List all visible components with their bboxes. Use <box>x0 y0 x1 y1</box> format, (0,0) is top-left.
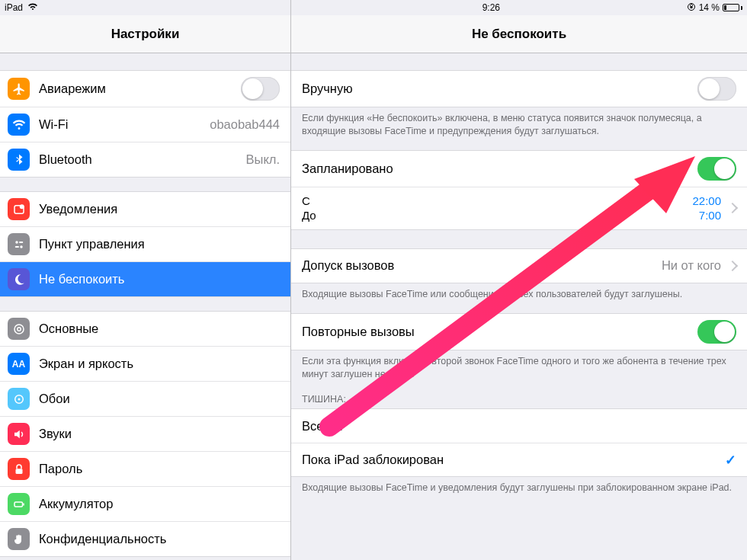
sidebar-title: Настройки <box>0 15 290 53</box>
sidebar-item-battery[interactable]: Аккумулятор <box>0 486 290 521</box>
hand-icon <box>8 528 30 550</box>
battery-status-icon <box>723 4 742 11</box>
battery-icon <box>8 493 30 515</box>
orientation-lock-icon <box>687 2 696 14</box>
manual-toggle[interactable] <box>697 77 736 101</box>
sidebar-item-privacy[interactable]: Конфиденциальность <box>0 521 290 556</box>
schedule-time-row[interactable]: С До 22:00 7:00 <box>291 187 747 229</box>
scheduled-toggle[interactable] <box>697 157 736 181</box>
schedule-from-label: С <box>302 194 310 209</box>
sidebar-item-notifications[interactable]: Уведомления <box>0 192 290 226</box>
bluetooth-value: Выкл. <box>246 152 280 167</box>
schedule-to-label: До <box>302 208 316 223</box>
svg-rect-11 <box>14 502 23 507</box>
svg-point-9 <box>18 398 20 400</box>
wifi-value: obaobab444 <box>210 117 280 132</box>
allow-calls-value: Ни от кого <box>662 258 721 273</box>
sidebar-item-wifi[interactable]: Wi-Fi obaobab444 <box>0 107 290 142</box>
sound-icon <box>8 423 30 445</box>
wallpaper-icon <box>8 388 30 410</box>
repeated-toggle[interactable] <box>697 320 736 344</box>
status-bar-right: 9:26 14 % <box>291 0 747 15</box>
gear-icon <box>8 318 30 340</box>
svg-rect-10 <box>15 469 22 474</box>
device-label: iPad <box>5 2 23 13</box>
wifi-icon <box>8 114 30 136</box>
silence-always-row[interactable]: Всегда <box>291 409 747 443</box>
svg-point-6 <box>14 325 24 334</box>
repeated-calls-row[interactable]: Повторные вызовы <box>291 314 747 350</box>
scheduled-row[interactable]: Запланировано <box>291 151 747 187</box>
lock-icon <box>8 458 30 480</box>
moon-icon <box>8 268 30 290</box>
status-bar-left: iPad <box>0 0 290 15</box>
schedule-to-value: 7:00 <box>692 208 721 223</box>
manual-row[interactable]: Вручную <box>291 71 747 107</box>
repeated-footnote: Если эта функция включена, второй звонок… <box>291 350 747 384</box>
chevron-right-icon <box>727 203 738 213</box>
sidebar-item-passcode[interactable]: Пароль <box>0 451 290 486</box>
display-icon: AA <box>8 353 30 375</box>
schedule-from-value: 22:00 <box>692 194 721 209</box>
sidebar-item-bluetooth[interactable]: Bluetooth Выкл. <box>0 142 290 177</box>
checkmark-icon: ✓ <box>725 452 736 469</box>
sidebar-item-wallpaper[interactable]: Обои <box>0 381 290 416</box>
sidebar-item-airplane[interactable]: Авиарежим <box>0 71 290 107</box>
silence-header: ТИШИНА: <box>291 383 747 408</box>
airplane-icon <box>8 78 30 100</box>
airplane-toggle[interactable] <box>241 77 280 101</box>
svg-point-1 <box>19 204 24 209</box>
sidebar-item-dnd[interactable]: Не беспокоить <box>0 261 290 296</box>
control-center-icon <box>8 233 30 255</box>
svg-rect-3 <box>19 242 23 243</box>
sidebar-item-sounds[interactable]: Звуки <box>0 416 290 451</box>
sidebar-item-control-center[interactable]: Пункт управления <box>0 226 290 261</box>
wifi-signal-icon <box>27 2 38 13</box>
notifications-icon <box>8 198 30 220</box>
svg-rect-5 <box>14 246 18 248</box>
sidebar-item-display[interactable]: AA Экран и яркость <box>0 346 290 381</box>
allow-calls-footnote: Входящие вызовы FaceTime или сообщения о… <box>291 283 747 304</box>
manual-footnote: Если функция «Не беспокоить» включена, в… <box>291 107 747 141</box>
battery-percent: 14 % <box>699 2 720 13</box>
bluetooth-icon <box>8 149 30 171</box>
chevron-right-icon <box>727 261 738 271</box>
svg-rect-14 <box>690 6 692 8</box>
svg-point-2 <box>15 241 18 243</box>
svg-point-4 <box>20 245 22 248</box>
clock: 9:26 <box>483 2 500 13</box>
svg-point-7 <box>17 327 21 331</box>
silence-locked-row[interactable]: Пока iPad заблокирован ✓ <box>291 443 747 476</box>
silence-footnote: Входящие вызовы FaceTime и уведомления б… <box>291 477 747 498</box>
sidebar-item-general[interactable]: Основные <box>0 312 290 346</box>
detail-title: Не беспокоить <box>291 15 747 53</box>
svg-rect-12 <box>23 503 24 505</box>
allow-calls-row[interactable]: Допуск вызовов Ни от кого <box>291 249 747 283</box>
